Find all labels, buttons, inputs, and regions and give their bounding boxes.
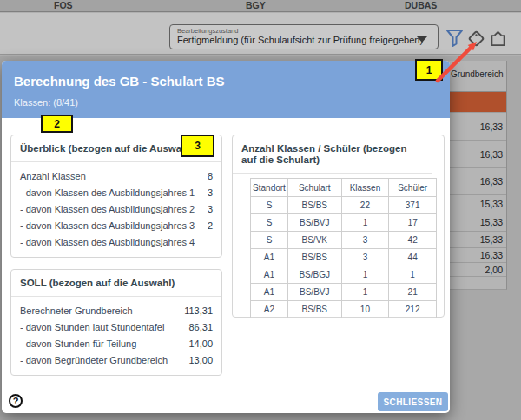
overview-row: - davon Klassen des Ausbildungsjahres 4 — [20, 234, 213, 251]
cell-schulart: BS/BS — [287, 197, 341, 214]
overview-row: - davon Klassen des Ausbildungsjahres 2 … — [20, 201, 213, 218]
cell-schueler: 371 — [389, 197, 437, 214]
column-header: Schüler — [389, 179, 437, 197]
table-row: S BS/BVJ 1 17 — [251, 214, 437, 232]
overview-row: - davon Klassen des Ausbildungsjahres 1 … — [20, 185, 213, 201]
bearbeitungszustand-dropdown[interactable]: Bearbeitungszustand Fertigmeldung (für S… — [169, 24, 439, 49]
dropdown-label: Bearbeitungszustand — [177, 27, 238, 35]
gb-berechnung-dialog: Berechnung des GB - Schulart BS Klassen:… — [2, 61, 450, 413]
row-value: 14,00 — [188, 336, 213, 352]
row-value: 113,31 — [184, 303, 213, 319]
cell-standort: A1 — [251, 249, 288, 266]
row-value: 8 — [208, 168, 213, 185]
cell-schulart: BS/BGJ — [287, 266, 341, 284]
cell-schueler: 212 — [389, 301, 437, 318]
help-icon[interactable]: ? — [9, 394, 23, 408]
cell-schulart: BS/BS — [287, 301, 341, 318]
cell-schulart: BS/VK — [287, 232, 341, 249]
cell-schueler: 44 — [389, 249, 437, 266]
cell-standort: A2 — [251, 301, 288, 318]
row-label: - davon Stunden laut Stundentafel — [20, 319, 164, 336]
table-row: A1 BS/BGJ 1 1 — [251, 266, 437, 284]
cell-schueler: 42 — [389, 232, 437, 249]
cell-klassen: 1 — [341, 284, 389, 301]
row-label: - davon Klassen des Ausbildungsjahres 2 — [20, 201, 195, 218]
table-header-row: Standort Schulart Klassen Schüler — [251, 179, 437, 197]
row-label: - davon Klassen des Ausbildungsjahres 3 — [20, 218, 195, 234]
row-value: 3 — [208, 185, 213, 201]
row-value: 3 — [208, 201, 213, 218]
soll-row: - davon Stunden laut Stundentafel 86,31 — [20, 319, 213, 336]
row-label: Berechneter Grundbereich — [20, 303, 133, 319]
tab-dubas[interactable]: DUBAS — [405, 0, 437, 10]
cell-klassen: 1 — [341, 214, 389, 232]
column-header: Klassen — [341, 179, 389, 197]
soll-card-title: SOLL (bezogen auf die Auswahl) — [11, 270, 221, 297]
row-label: - davon Klassen des Ausbildungsjahres 4 — [20, 234, 195, 251]
annotation-label-2: 2 — [41, 115, 73, 133]
cell-klassen: 1 — [341, 266, 389, 284]
table-row: A2 BS/BS 10 212 — [251, 301, 437, 318]
dialog-header: Berechnung des GB - Schulart BS Klassen:… — [2, 61, 450, 118]
export-icon[interactable] — [489, 30, 507, 48]
soll-card: SOLL (bezogen auf die Auswahl) Berechnet… — [10, 269, 222, 376]
column-header: Standort — [251, 179, 288, 197]
dialog-subtitle: Klassen: (8/41) — [14, 97, 78, 108]
cell-standort: S — [251, 197, 288, 214]
filter-icon[interactable] — [445, 29, 464, 48]
soll-row: Berechneter Grundbereich 113,31 — [20, 303, 213, 319]
cell-standort: A1 — [251, 284, 288, 301]
cell-schueler: 1 — [389, 266, 437, 284]
cell-standort: A1 — [251, 266, 288, 284]
row-label: - davon Klassen des Ausbildungsjahres 1 — [20, 185, 195, 201]
schliessen-button[interactable]: SCHLIESSEN — [378, 392, 448, 411]
cell-klassen: 22 — [341, 197, 389, 214]
table-row: S BS/BS 22 371 — [251, 197, 437, 214]
cell-klassen: 3 — [341, 232, 389, 249]
cell-klassen: 10 — [341, 301, 389, 318]
row-label: - davon Begründeter Grundbereich — [20, 352, 168, 369]
klassen-schueler-card: Anzahl Klassen / Schüler (bezogen auf di… — [232, 135, 445, 318]
chevron-down-icon[interactable] — [417, 36, 427, 43]
table-row: A1 BS/BVJ 1 21 — [251, 284, 437, 301]
row-value: 13,00 — [188, 352, 213, 369]
soll-row: - davon Begründeter Grundbereich 13,00 — [20, 352, 213, 369]
cell-schulart: BS/BVJ — [287, 214, 341, 232]
cell-schulart: BS/BS — [287, 249, 341, 266]
klassen-card-title: Anzahl Klassen / Schüler (bezogen auf di… — [233, 135, 432, 174]
annotation-label-1: 1 — [415, 59, 443, 81]
cell-schueler: 17 — [389, 214, 437, 232]
tab-fos[interactable]: FOS — [54, 0, 73, 10]
table-row: S BS/VK 3 42 — [251, 232, 437, 249]
dropdown-value: Fertigmeldung (für Schulaufsicht zur Prü… — [177, 35, 423, 45]
dialog-title: Berechnung des GB - Schulart BS — [14, 74, 225, 89]
annotation-label-3: 3 — [181, 135, 214, 157]
cell-schueler: 21 — [389, 284, 437, 301]
column-header: Schulart — [287, 179, 341, 197]
tab-bgy[interactable]: BGY — [246, 0, 266, 10]
tag-icon[interactable] — [466, 29, 486, 49]
cell-standort: S — [251, 232, 288, 249]
row-value: 86,31 — [188, 319, 213, 336]
row-label: - davon Stunden für Teilung — [20, 336, 136, 352]
row-value: 2 — [208, 218, 213, 234]
cell-schulart: BS/BVJ — [287, 284, 341, 301]
cell-klassen: 3 — [341, 249, 389, 266]
overview-row: Anzahl Klassen 8 — [20, 168, 213, 185]
klassen-schueler-table: Standort Schulart Klassen Schüler S BS/B… — [250, 178, 437, 318]
cell-standort: S — [251, 214, 288, 232]
row-label: Anzahl Klassen — [20, 168, 86, 185]
soll-row: - davon Stunden für Teilung 14,00 — [20, 336, 213, 352]
overview-row: - davon Klassen des Ausbildungsjahres 3 … — [20, 218, 213, 234]
table-row: A1 BS/BS 3 44 — [251, 249, 437, 266]
